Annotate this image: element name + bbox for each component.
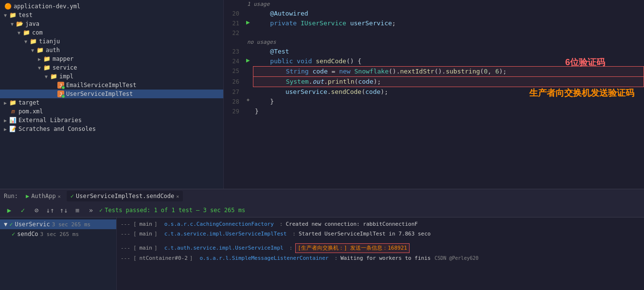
run-method-icon[interactable]: ▶ <box>246 56 250 64</box>
run-label: Run: <box>4 193 18 199</box>
file-tree: 🟠 application-dev.yml ▼ 📁 test ▼ 📂 java … <box>0 0 224 189</box>
code-editor: 1 usage 20 @Autowired 21 ▶ private IUser… <box>224 0 644 189</box>
yml-file-icon: 🟠 <box>4 3 12 10</box>
log-line-2: --- [ main ] c.t.a.service.impl.UserServ… <box>117 229 644 239</box>
close-tab-test-icon[interactable]: ✕ <box>176 194 179 199</box>
run-icon-gutter: ▶ <box>243 18 253 26</box>
pass-check-icon: ✓ <box>99 207 103 214</box>
expand-arrow: ▼ <box>16 30 22 36</box>
expand-arrow: ▼ <box>4 221 7 228</box>
csdn-watermark: CSDN @Perley620 <box>434 254 478 263</box>
bottom-toolbar: ▶ ✓ ⊘ ↓↑ ↑↓ ≡ » ✓ Tests passed: 1 of 1 t… <box>0 203 644 218</box>
xml-file-icon: m <box>9 108 17 115</box>
sort-up-button[interactable]: ↑↓ <box>58 205 69 216</box>
folder-icon: 📁 <box>29 38 37 45</box>
tree-item-pom-xml[interactable]: m pom.xml <box>0 107 223 116</box>
code-line-22: 22 <box>224 28 644 38</box>
bottom-panel: Run: ▶ AuthApp ✕ ✓ UserServiceImplTest.s… <box>0 189 644 290</box>
tree-item-label: application-dev.yml <box>14 3 80 10</box>
expand-arrow: ▼ <box>36 65 43 71</box>
log-line-4: --- [ ntContainer#0-2 ] o.s.a.r.l.Simple… <box>117 254 644 263</box>
breakpoint-gutter: ◆ <box>247 97 250 102</box>
run-icon[interactable]: ▶ <box>246 18 250 26</box>
log-line-spacer <box>117 239 644 243</box>
target-folder-icon: 📁 <box>9 99 17 106</box>
expand-arrow: ▼ <box>2 13 9 18</box>
java-file-icon: J <box>57 82 64 89</box>
code-content: 1 usage 20 @Autowired 21 ▶ private IUser… <box>224 0 644 116</box>
bottom-content: ▼ ✓ UserServic 3 sec 265 ms ✓ sendCo 3 s… <box>0 218 644 290</box>
tree-item-tianju[interactable]: ▼ 📁 tianju <box>0 37 223 46</box>
folder-icon: 📁 <box>36 47 44 54</box>
expand-arrow: ▼ <box>43 74 50 79</box>
tree-item-target[interactable]: ▶ 📁 target <box>0 98 223 107</box>
usage-hint-20: 1 usage <box>224 0 644 9</box>
stop-button[interactable]: ⊘ <box>31 205 42 216</box>
log-highlight: [生产者向交换机：] 发送一条信息：168921 <box>295 243 410 253</box>
expand-arrow: ▼ <box>29 48 36 53</box>
tree-item-label: service <box>53 64 77 71</box>
code-line-26: 26 System.out.println(code); <box>224 77 644 87</box>
pass-icon: ✓ <box>12 231 15 237</box>
test-pass-badge: ✓ Tests passed: 1 of 1 test – 3 sec 265 … <box>99 207 245 214</box>
code-line-24: 24 ▶ public void sendCode() { 6位验证码 <box>224 56 644 66</box>
code-line-20: 20 @Autowired <box>224 9 644 18</box>
code-line-29: 29 } <box>224 107 644 116</box>
folder-icon: 📁 <box>22 29 30 36</box>
test-tree-item-sendco[interactable]: ✓ sendCo 3 sec 265 ms <box>0 229 116 239</box>
sort-down-button[interactable]: ↓↑ <box>45 205 55 216</box>
library-icon: 📊 <box>9 117 17 124</box>
tree-item-application-dev[interactable]: 🟠 application-dev.yml <box>0 2 223 11</box>
code-line-27: 27 userService.sendCode(code); 生产者向交换机发送… <box>224 87 644 97</box>
play-button[interactable]: ▶ <box>4 205 15 216</box>
annotation-6digit: 6位验证码 <box>565 56 605 68</box>
more-button[interactable]: » <box>86 205 96 216</box>
list-button[interactable]: ≡ <box>72 205 83 216</box>
check-button[interactable]: ✓ <box>18 205 28 216</box>
expand-arrow: ▼ <box>22 39 29 44</box>
tree-item-external-libraries[interactable]: ▶ 📊 External Libraries <box>0 116 223 125</box>
log-output: --- [ main ] o.s.a.r.c.CachingConnection… <box>117 218 644 290</box>
log-line-3-highlighted: --- [ main ] c.t.auth.service.impl.UserS… <box>117 243 644 254</box>
bottom-tabs-bar: Run: ▶ AuthApp ✕ ✓ UserServiceImplTest.s… <box>0 189 644 203</box>
folder-icon: 📁 <box>9 12 17 18</box>
tree-item-auth[interactable]: ▼ 📁 auth <box>0 46 223 54</box>
code-line-23: 23 @Test <box>224 47 644 56</box>
tree-item-email-service-impl-test[interactable]: J EmailServiceImplTest <box>0 81 223 90</box>
folder-icon: 📂 <box>16 20 23 27</box>
close-tab-auth-icon[interactable]: ✕ <box>58 194 61 199</box>
pass-text: Tests passed: 1 of 1 test – 3 sec 265 ms <box>105 207 245 214</box>
log-line-1: --- [ main ] o.s.a.r.c.CachingConnection… <box>117 219 644 229</box>
expand-arrow: ▶ <box>2 118 9 123</box>
test-result-tree: ▼ ✓ UserServic 3 sec 265 ms ✓ sendCo 3 s… <box>0 218 117 290</box>
test-icon: ✓ <box>71 193 74 199</box>
tree-item-impl[interactable]: ▼ 📁 impl <box>0 72 223 81</box>
tab-user-service-sendcode[interactable]: ✓ UserServiceImplTest.sendCode ✕ <box>67 191 183 201</box>
folder-icon: 📁 <box>43 55 51 62</box>
tree-item-mapper[interactable]: ▶ 📁 mapper <box>0 54 223 63</box>
code-line-21: 21 ▶ private IUserService userService; <box>224 18 644 28</box>
tree-item-scratches[interactable]: ▶ 📝 Scratches and Consoles <box>0 125 223 133</box>
expand-arrow: ▼ <box>9 21 16 27</box>
pass-icon: ✓ <box>9 221 13 228</box>
tree-item-com[interactable]: ▼ 📁 com <box>0 28 223 37</box>
expand-arrow: ▶ <box>36 56 43 62</box>
java-file-icon: J <box>57 91 64 97</box>
folder-icon: 📁 <box>43 64 51 71</box>
expand-arrow: ▶ <box>2 100 9 106</box>
test-tree-item-user-servic[interactable]: ▼ ✓ UserServic 3 sec 265 ms <box>0 219 116 229</box>
tree-item-service[interactable]: ▼ 📁 service <box>0 63 223 72</box>
tree-item-user-service-impl-test[interactable]: J UserServiceImplTest <box>0 90 223 98</box>
usage-hint-23: no usages <box>224 38 644 47</box>
annotation-producer: 生产者向交换机发送验证码 <box>529 87 634 99</box>
folder-icon: 📁 <box>50 73 57 80</box>
tree-item-test[interactable]: ▼ 📁 test <box>0 11 223 19</box>
tree-item-java[interactable]: ▼ 📂 java <box>0 19 223 28</box>
expand-arrow: ▶ <box>2 127 9 132</box>
tab-auth-app[interactable]: ▶ AuthApp ✕ <box>22 191 65 201</box>
run-green-icon: ▶ <box>26 193 29 199</box>
scratch-icon: 📝 <box>9 126 17 132</box>
